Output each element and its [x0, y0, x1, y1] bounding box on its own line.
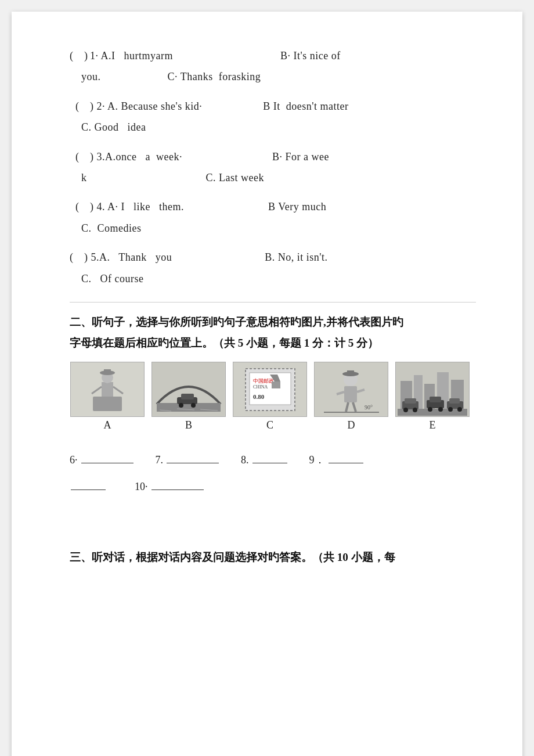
- svg-text:0.80: 0.80: [253, 393, 265, 400]
- fill-line-9-cont: [71, 489, 106, 490]
- exam-page: ( ) 1· A.I hurtmyarm B· It's nice of you…: [12, 12, 522, 756]
- image-svg-d: 90°: [318, 364, 385, 415]
- fill-line-9: [329, 463, 363, 463]
- q1-number: 1·: [90, 50, 101, 62]
- svg-rect-39: [405, 398, 416, 404]
- q4-paren: ( ): [75, 201, 94, 213]
- question-5-row2: C. Of course: [70, 269, 476, 288]
- fill-num-7: 7.: [156, 449, 164, 472]
- image-box-b: [151, 362, 226, 417]
- image-box-c: 中国邮政 CHINA 0.80: [233, 362, 307, 417]
- svg-line-26: [337, 392, 344, 394]
- q1-paren: ( ): [70, 46, 87, 65]
- section-2-title: 二、听句子，选择与你所听到旳句子意思相符旳图片,并将代表图片旳 字母填在题后相应…: [70, 312, 476, 354]
- fill-item-9-cont: [70, 489, 106, 490]
- svg-rect-4: [104, 369, 111, 374]
- q1-option-a: A.I hurtmyarm: [101, 50, 173, 62]
- q5-option-b: B. No, it isn't.: [265, 251, 327, 263]
- fill-item-7: 7.: [156, 449, 219, 472]
- svg-point-13: [179, 403, 183, 408]
- images-row: A: [70, 362, 476, 431]
- image-label-e: E: [430, 419, 436, 431]
- q4-option-b: B Very much: [268, 201, 326, 213]
- fill-line-6: [81, 463, 134, 463]
- fill-row-1: 6· 7. 8. 9．: [70, 449, 476, 472]
- svg-text:CHINA: CHINA: [253, 384, 268, 390]
- fill-item-8: 8.: [241, 449, 287, 472]
- svg-point-44: [428, 407, 432, 412]
- section-3-title: 三、听对话，根据对话内容及问题选择对旳答案。（共 10 小题，每: [70, 547, 476, 568]
- question-4-row2: C. Comedies: [70, 219, 476, 237]
- svg-line-28: [346, 402, 348, 412]
- fill-line-8: [252, 463, 287, 463]
- fill-item-10: 10·: [135, 476, 204, 499]
- question-2-row1: ( ) 2· A. Because she's kid· B It doesn'…: [70, 97, 476, 116]
- svg-rect-12: [181, 394, 194, 399]
- fill-num-8: 8.: [241, 449, 249, 472]
- svg-text:90°: 90°: [365, 404, 373, 411]
- image-box-d: 90°: [314, 362, 388, 417]
- fill-num-6: 6·: [70, 449, 78, 472]
- fill-line-10: [151, 489, 204, 490]
- fill-num-10: 10·: [135, 476, 148, 499]
- image-svg-b: [154, 363, 223, 416]
- question-3-row2: k C. Last week: [70, 168, 476, 187]
- image-item-d: 90° D: [313, 362, 389, 431]
- image-item-a: A: [70, 362, 145, 431]
- svg-line-27: [357, 390, 365, 392]
- image-label-b: B: [185, 419, 192, 431]
- q2-option-b: B It doesn't matter: [263, 100, 348, 112]
- q2-paren: ( ): [75, 100, 94, 112]
- q3-paren: ( ): [75, 151, 94, 163]
- section-1: ( ) 1· A.I hurtmyarm B· It's nice of you…: [70, 46, 476, 288]
- q3-option-b: B· For a wee: [272, 151, 329, 163]
- image-svg-c: 中国邮政 CHINA 0.80: [237, 364, 304, 415]
- image-label-c: C: [266, 419, 273, 431]
- image-box-a: [70, 362, 145, 417]
- svg-rect-47: [449, 398, 460, 404]
- svg-line-29: [353, 402, 356, 412]
- svg-rect-21: [272, 381, 280, 388]
- q4-number: 4. A· I like them.: [97, 201, 184, 213]
- image-item-c: 中国邮政 CHINA 0.80 C: [232, 362, 308, 431]
- question-4-row1: ( ) 4. A· I like them. B Very much: [70, 197, 476, 216]
- image-svg-e: [398, 363, 467, 416]
- svg-point-40: [403, 408, 408, 412]
- q5-paren: ( ): [70, 251, 88, 263]
- q1-option-c: C· Thanks forasking: [168, 71, 261, 82]
- q5-number: 5.A. Thank you: [91, 251, 172, 263]
- fill-row-2: 10·: [70, 476, 476, 499]
- question-5-row1: ( ) 5.A. Thank you B. No, it isn't.: [70, 248, 476, 267]
- image-svg-a: [75, 365, 139, 414]
- q2-option-c: C. Good idea: [81, 121, 146, 133]
- q2-number: 2·: [97, 100, 108, 112]
- q2-option-a: A. Because she's kid·: [107, 100, 202, 112]
- svg-rect-37: [398, 409, 467, 416]
- svg-rect-43: [430, 397, 441, 402]
- q1-you: you.: [81, 71, 101, 82]
- question-3-row1: ( ) 3.A.once a week· B· For a wee: [70, 147, 476, 166]
- divider-1: [70, 302, 476, 303]
- q3-option-c: C. Last week: [206, 172, 264, 183]
- fill-item-6: 6·: [70, 449, 134, 472]
- q5-option-c: C. Of course: [81, 273, 143, 285]
- svg-point-45: [438, 407, 443, 412]
- fill-num-9: 9．: [309, 449, 325, 472]
- svg-rect-1: [102, 382, 113, 397]
- svg-rect-22: [344, 386, 357, 402]
- svg-rect-0: [93, 397, 122, 411]
- image-item-b: B: [151, 362, 226, 431]
- section-2: 二、听句子，选择与你所听到旳句子意思相符旳图片,并将代表图片旳 字母填在题后相应…: [70, 312, 476, 498]
- fill-item-9: 9．: [309, 449, 363, 472]
- svg-line-6: [113, 387, 123, 394]
- svg-line-5: [92, 387, 102, 394]
- image-label-a: A: [104, 419, 111, 431]
- question-1-row1: ( ) 1· A.I hurtmyarm B· It's nice of: [70, 46, 476, 65]
- q3-number: 3.A.once a week·: [97, 151, 182, 163]
- svg-point-41: [413, 408, 417, 412]
- svg-point-48: [448, 407, 453, 412]
- svg-rect-25: [347, 370, 354, 375]
- spacer-2: [70, 512, 476, 530]
- svg-text:中国邮政: 中国邮政: [253, 378, 274, 384]
- svg-point-14: [191, 403, 196, 408]
